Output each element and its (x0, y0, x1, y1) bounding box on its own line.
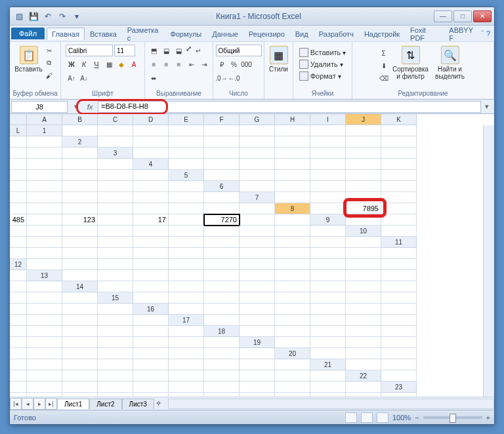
zoom-slider[interactable] (423, 416, 482, 419)
cell-A12[interactable] (27, 259, 62, 270)
paste-button[interactable]: 📋Вставить (16, 45, 42, 74)
row-header-16[interactable]: 16 (133, 304, 169, 315)
decrease-indent-button[interactable]: ⇤ (186, 58, 198, 70)
cell-H9[interactable] (169, 226, 204, 237)
cell-J9[interactable] (240, 226, 275, 237)
cell-B3[interactable] (169, 148, 204, 159)
cell-D14[interactable] (204, 281, 240, 292)
cell-B1[interactable] (98, 125, 133, 136)
insert-cells-button[interactable]: Вставить ▾ (298, 47, 348, 58)
cell-C5[interactable] (275, 170, 310, 181)
close-button[interactable]: ✕ (473, 10, 492, 22)
cell-G9[interactable] (133, 226, 169, 237)
cell-G11[interactable] (204, 248, 240, 259)
cell-G2[interactable] (310, 136, 346, 148)
cell-A14[interactable] (98, 281, 133, 292)
cell-G15[interactable] (346, 292, 381, 304)
col-header-G[interactable]: G (240, 114, 275, 125)
cell-C13[interactable] (133, 270, 169, 281)
fill-color-button[interactable]: ◆ (116, 58, 127, 70)
cell-H15[interactable] (381, 292, 417, 304)
cell-K6[interactable] (169, 192, 204, 203)
cell-F5[interactable] (381, 170, 417, 181)
percent-button[interactable]: % (228, 58, 240, 70)
cell-A4[interactable] (169, 159, 204, 170)
cell-A16[interactable] (169, 304, 204, 315)
cell-F21[interactable] (98, 370, 133, 382)
cell-I11[interactable] (275, 248, 310, 259)
cell-J13[interactable] (381, 270, 417, 281)
format-cells-button[interactable]: Формат ▾ (298, 71, 348, 81)
cell-J4[interactable] (62, 170, 98, 181)
row-header-2[interactable]: 2 (62, 136, 98, 148)
vertical-scrollbar[interactable] (483, 125, 494, 397)
cell-G6[interactable] (27, 192, 62, 203)
col-header-C[interactable]: C (98, 114, 133, 125)
row-header-15[interactable]: 15 (98, 292, 133, 304)
cell-K4[interactable] (98, 170, 133, 181)
cell-G7[interactable] (62, 203, 98, 214)
col-header-K[interactable]: K (381, 114, 417, 125)
cell-K21[interactable] (275, 370, 310, 382)
sheet-tab-1[interactable]: Лист1 (57, 399, 89, 409)
cell-E2[interactable] (240, 136, 275, 148)
cell-L3[interactable] (98, 159, 133, 170)
col-header-B[interactable]: B (62, 114, 98, 125)
row-header-12[interactable]: 12 (10, 259, 27, 270)
cell-G5[interactable] (10, 181, 27, 192)
cell-G18[interactable] (27, 337, 62, 348)
align-right-button[interactable]: ≡ (173, 58, 185, 70)
cell-D20[interactable] (10, 359, 27, 370)
sheet-nav-first[interactable]: |◂ (10, 398, 22, 410)
cell-F4[interactable] (346, 159, 381, 170)
font-color-button[interactable]: A (128, 58, 140, 70)
merge-button[interactable]: ⬌ (148, 72, 159, 84)
cell-K11[interactable] (346, 248, 381, 259)
cell-J3[interactable] (27, 159, 62, 170)
cell-D17[interactable] (310, 315, 346, 326)
cell-G21[interactable] (133, 370, 169, 382)
tab-layout[interactable]: Разметка с (122, 24, 165, 44)
zoom-in-button[interactable]: + (486, 414, 490, 422)
cell-G3[interactable] (346, 148, 381, 159)
cell-J17[interactable] (98, 326, 133, 337)
cell-B4[interactable] (204, 159, 240, 170)
cell-B13[interactable] (98, 270, 133, 281)
cell-B23[interactable] (27, 393, 62, 397)
cell-A22[interactable] (381, 370, 417, 382)
formula-expand-icon[interactable]: ▾ (481, 101, 493, 113)
cell-B21[interactable] (381, 359, 417, 370)
cell-A23[interactable] (10, 393, 27, 397)
cell-J20[interactable] (204, 359, 240, 370)
cell-A9[interactable] (346, 214, 381, 226)
cell-J5[interactable] (98, 181, 133, 192)
cell-I1[interactable] (346, 125, 381, 136)
bold-button[interactable]: Ж (66, 58, 77, 70)
cell-K23[interactable] (346, 393, 381, 397)
cell-I4[interactable] (27, 170, 62, 181)
row-header-23[interactable]: 23 (381, 382, 417, 393)
tab-addins[interactable]: Надстройк (359, 28, 405, 40)
cell-F19[interactable] (27, 348, 62, 359)
cell-J11[interactable] (310, 248, 346, 259)
cell-D19[interactable] (381, 337, 417, 348)
row-header-4[interactable]: 4 (133, 159, 169, 170)
cell-A8[interactable] (310, 203, 346, 214)
cell-L22[interactable] (346, 382, 381, 393)
cell-B5[interactable] (240, 170, 275, 181)
align-center-button[interactable]: ≡ (161, 58, 173, 70)
cell-A5[interactable] (204, 170, 240, 181)
cell-L11[interactable] (381, 248, 417, 259)
cell-B17[interactable] (240, 315, 275, 326)
cell-H16[interactable] (10, 315, 27, 326)
cell-G23[interactable] (204, 393, 240, 397)
cell-G12[interactable] (240, 259, 275, 270)
cell-L1[interactable] (27, 136, 62, 148)
grow-font-button[interactable]: A↑ (66, 72, 77, 84)
cell-J1[interactable] (381, 125, 417, 136)
cell-K13[interactable] (10, 281, 27, 292)
cell-I19[interactable] (133, 348, 169, 359)
cell-C9[interactable] (10, 226, 27, 237)
cell-D13[interactable] (169, 270, 204, 281)
cell-K1[interactable] (10, 136, 27, 148)
